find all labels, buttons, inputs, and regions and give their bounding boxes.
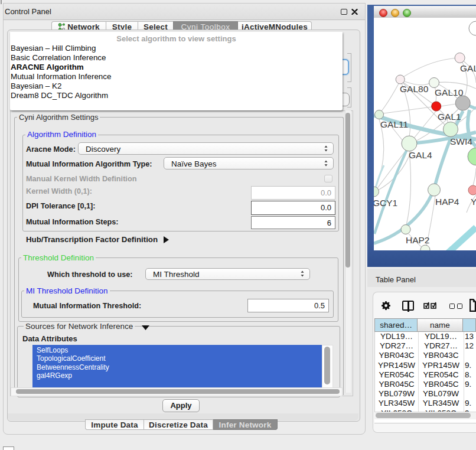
svg-text:GAL4: GAL4 [409,150,432,160]
svg-text:GAL10: GAL10 [435,87,464,97]
svg-text:SWI4: SWI4 [450,136,472,146]
svg-text:GAL1: GAL1 [438,112,461,122]
svg-text:GAL: GAL [460,63,476,73]
svg-text:HAP4: HAP4 [435,197,459,207]
svg-text:HAP2: HAP2 [406,235,430,245]
svg-text:GAL11: GAL11 [380,119,408,129]
svg-text:GAL80: GAL80 [400,84,429,94]
svg-text:GCY1: GCY1 [374,198,397,208]
svg-text:Y: Y [471,197,476,207]
